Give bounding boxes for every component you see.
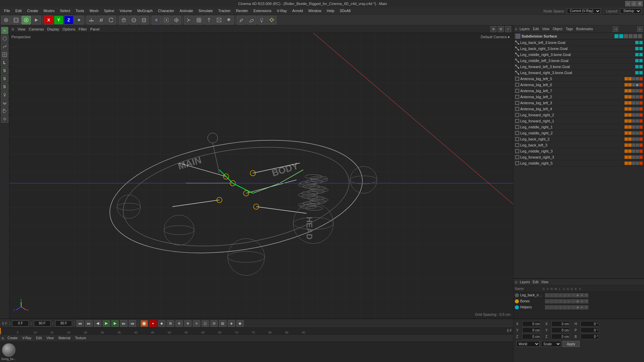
menu-vray[interactable]: V-Ray bbox=[274, 8, 289, 13]
tb-wire[interactable] bbox=[214, 16, 224, 24]
viewport-3d[interactable]: Perspective Default Camera ● Grid Spacin… bbox=[9, 33, 513, 318]
pb-extra4[interactable]: ⊙ bbox=[193, 320, 200, 327]
layer-icon-g[interactable]: ☆ bbox=[571, 293, 575, 297]
menu-mograph[interactable]: MoGraph bbox=[135, 8, 155, 13]
layer-btn-view[interactable]: View bbox=[541, 280, 548, 284]
tb-active[interactable] bbox=[21, 16, 31, 24]
pb-go-start[interactable]: ⏮ bbox=[76, 320, 84, 327]
frame-end-input[interactable] bbox=[34, 320, 51, 326]
frame-current-input[interactable] bbox=[12, 320, 29, 326]
tb-anim[interactable] bbox=[32, 16, 41, 24]
coord-p-rot[interactable] bbox=[581, 327, 599, 333]
pb-extra2[interactable]: ⊕ bbox=[175, 320, 183, 327]
layer-icon-d1[interactable]: ◉ bbox=[576, 299, 580, 303]
tool-l[interactable]: L bbox=[1, 59, 8, 66]
obj-item-17[interactable]: Leg_back_left_3 bbox=[514, 142, 644, 148]
obj-item-16[interactable]: Leg_back_right_2 bbox=[514, 136, 644, 142]
obj-manager-right-icon2[interactable]: ▷ bbox=[637, 26, 643, 32]
layer-icon-d2[interactable]: ◉ bbox=[576, 305, 580, 309]
menu-character[interactable]: Character bbox=[155, 8, 177, 13]
menu-select[interactable]: Select bbox=[57, 8, 73, 13]
menu-spline[interactable]: Spline bbox=[101, 8, 117, 13]
pb-extra8[interactable]: ◈ bbox=[228, 320, 235, 327]
coord-x-size[interactable] bbox=[551, 321, 570, 326]
layer-btn-edit[interactable]: Edit bbox=[533, 280, 538, 284]
pb-prev-frame[interactable]: ⏭ bbox=[85, 320, 93, 327]
pb-next-frame[interactable]: ⏭ bbox=[120, 320, 127, 327]
vp-fs[interactable]: ⤢ bbox=[505, 26, 511, 32]
tb-sphere[interactable] bbox=[129, 16, 139, 24]
tb-x[interactable]: X bbox=[44, 16, 53, 24]
pb-go-end[interactable]: ⏮ bbox=[129, 320, 136, 327]
tb-scale[interactable] bbox=[97, 16, 106, 24]
layer-icon-a[interactable]: ▷ bbox=[567, 293, 571, 297]
obj-item-8[interactable]: Antenna_big_left_7 bbox=[514, 88, 644, 94]
obj-item-19[interactable]: Leg_forward_right_3 bbox=[514, 154, 644, 160]
node-space-select[interactable]: Current (V-Ray) bbox=[567, 8, 601, 14]
pb-extra7[interactable]: ▤ bbox=[219, 320, 226, 327]
obj-item-12[interactable]: Leg_forward_right_2 bbox=[514, 112, 644, 118]
tb-snap[interactable] bbox=[184, 16, 194, 24]
layer-icon-r[interactable]: □ bbox=[554, 293, 558, 297]
tool-layers-left[interactable] bbox=[1, 99, 8, 107]
viewport-menu-options[interactable]: Options bbox=[63, 27, 75, 31]
layer-item-2[interactable]: Helpers • ○ □ ◇ △ ▷ ☆ ◉ ⊕ ✕ bbox=[514, 304, 644, 310]
viewport-menu-cameras[interactable]: Cameras bbox=[29, 27, 44, 31]
fps-input[interactable] bbox=[55, 320, 72, 326]
tb-sculpt[interactable] bbox=[247, 16, 256, 24]
viewport-menu-icon[interactable]: ≡ bbox=[11, 26, 14, 32]
obj-item-18[interactable]: Leg_middle_right_3 bbox=[514, 148, 644, 154]
layer-icon-g2[interactable]: ☆ bbox=[571, 305, 575, 309]
viewport-menu-filter[interactable]: Filter bbox=[78, 27, 87, 31]
mat-btn-vray[interactable]: V-Ray bbox=[21, 336, 33, 341]
menu-create[interactable]: Create bbox=[24, 8, 41, 13]
mat-btn-texture[interactable]: Texture bbox=[74, 336, 88, 341]
menu-window[interactable]: Window bbox=[306, 8, 324, 13]
tool-s1[interactable]: S bbox=[1, 67, 8, 74]
tool-select[interactable]: ↖ bbox=[1, 27, 8, 34]
maximize-button[interactable]: □ bbox=[631, 1, 637, 6]
menu-help[interactable]: Help bbox=[324, 8, 337, 13]
obj-item-15[interactable]: Leg_middle_right_2 bbox=[514, 130, 644, 136]
coord-z-size[interactable] bbox=[551, 334, 570, 339]
menu-3doall[interactable]: 3DoAll bbox=[337, 8, 353, 13]
layer-icon-a2[interactable]: ▷ bbox=[567, 305, 571, 309]
obj-item-1[interactable]: Leg_back_right_3.bone.Goal bbox=[514, 46, 644, 52]
close-button[interactable]: ✕ bbox=[637, 1, 643, 6]
tb-cylinder[interactable] bbox=[139, 16, 149, 24]
tb-cube[interactable] bbox=[119, 16, 128, 24]
layer-icon-e1[interactable]: ⊕ bbox=[580, 299, 584, 303]
pb-extra3[interactable]: ⊗ bbox=[184, 320, 192, 327]
layer-icon-e[interactable]: ⊕ bbox=[580, 293, 584, 297]
obj-item-11[interactable]: Antenna_big_left_4 bbox=[514, 106, 644, 112]
layer-icon-l1[interactable]: △ bbox=[562, 299, 567, 303]
apply-button[interactable]: Apply bbox=[562, 341, 580, 347]
tb-rotate[interactable] bbox=[107, 16, 116, 24]
tb-render[interactable] bbox=[152, 16, 161, 24]
menu-volume[interactable]: Volume bbox=[117, 8, 135, 13]
tb-object[interactable] bbox=[11, 16, 21, 24]
obj-item-14[interactable]: Leg_middle_right_1 bbox=[514, 124, 644, 130]
mat-btn-view[interactable]: View bbox=[45, 336, 55, 341]
pb-record[interactable]: ⬤ bbox=[141, 320, 148, 327]
tb-all[interactable]: ⊕ bbox=[74, 16, 84, 24]
obj-item-10[interactable]: Antenna_big_left_3 bbox=[514, 100, 644, 106]
coord-x-pos[interactable] bbox=[522, 321, 541, 326]
obj-item-4[interactable]: Leg_forward_left_3.bone.Goal bbox=[514, 64, 644, 70]
layer-icon-x2[interactable]: ✕ bbox=[584, 305, 588, 309]
obj-manager-menu-icon[interactable]: ≡ bbox=[515, 27, 517, 32]
pb-extra6[interactable]: ⊟ bbox=[210, 320, 218, 327]
menu-tools[interactable]: Tools bbox=[73, 8, 87, 13]
layer-icon-x[interactable]: ✕ bbox=[584, 293, 588, 297]
tool-paint-left[interactable] bbox=[1, 91, 8, 99]
tool-gear-left[interactable] bbox=[1, 115, 8, 123]
tb-move[interactable] bbox=[87, 16, 96, 24]
menu-extensions[interactable]: Extensions bbox=[251, 8, 274, 13]
coord-system-select[interactable]: World bbox=[516, 341, 540, 347]
mat-menu-icon[interactable]: ≡ bbox=[1, 336, 4, 341]
pb-play-rev[interactable]: ◀ bbox=[94, 320, 101, 327]
obj-item-9[interactable]: Antenna_big_left_2 bbox=[514, 94, 644, 100]
layer-icon-r2[interactable]: □ bbox=[554, 305, 558, 309]
coord-h-rot[interactable] bbox=[581, 321, 599, 326]
tb-model[interactable] bbox=[1, 16, 11, 24]
